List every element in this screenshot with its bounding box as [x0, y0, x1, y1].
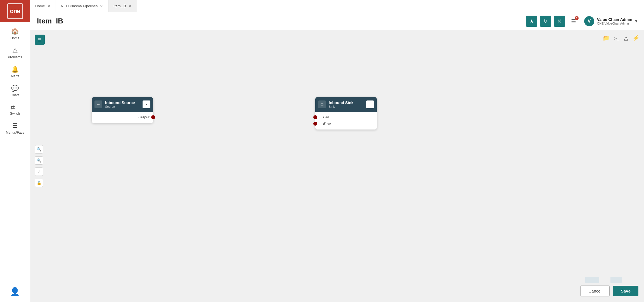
sidebar-alerts-label: Alerts [11, 74, 19, 78]
tab-home-close[interactable]: ✕ [47, 4, 51, 8]
user-name: Value Chain Admin [597, 17, 632, 22]
source-node-type: Source [105, 105, 140, 108]
sidebar-problems-label: Problems [8, 55, 22, 59]
output-port-dot [151, 115, 155, 119]
arrow-right-icon: → [96, 102, 100, 107]
square-icon: □ [321, 102, 323, 107]
fit-icon: ⤢ [37, 169, 41, 174]
canvas-list-button[interactable]: ☰ [35, 35, 45, 45]
switch-icon-right: ≡ [16, 104, 20, 111]
file-port-label: File [323, 115, 329, 119]
sidebar: one 🏠 Home ⚠ Problems 🔔 Alerts 💬 Chats ⇄… [0, 0, 30, 302]
output-port-label: Output [138, 115, 149, 119]
sink-node-type: Sink [329, 105, 363, 108]
source-node-icon: → [94, 100, 102, 108]
dropdown-icon[interactable]: ▾ [635, 18, 637, 24]
deploy-icon: △ [624, 35, 628, 41]
tab-neo[interactable]: NEO Plasma Pipelines ✕ [56, 0, 109, 12]
refresh-icon: ↻ [543, 18, 548, 24]
sink-node-body: File Error [315, 112, 377, 130]
sidebar-item-problems[interactable]: ⚠ Problems [0, 44, 30, 63]
sidebar-bottom: 👤 [6, 284, 24, 302]
user-username: ONEIValueChainAdmin [597, 22, 632, 25]
sink-node-title: Inbound Sink Sink [329, 100, 363, 108]
run-button[interactable]: ⚡ [633, 35, 640, 41]
kebab-icon: ⋮ [144, 102, 149, 107]
run-icon: ⚡ [633, 35, 640, 41]
refresh-button[interactable]: ↻ [540, 16, 551, 27]
sink-node-name: Inbound Sink [329, 100, 363, 105]
lock-view-button[interactable]: 🔒 [35, 179, 43, 187]
terminal-button[interactable]: >_ [614, 35, 619, 41]
zoom-controls: 🔍 🔍- ⤢ 🔒 [35, 145, 43, 187]
sidebar-item-switch[interactable]: ⇄ ≡ Switch [0, 100, 30, 119]
file-input-port: File [319, 114, 373, 120]
minimap-item-2 [610, 277, 622, 283]
user-avatar: V [584, 16, 594, 26]
file-port-dot [313, 115, 317, 119]
logo-text: one [10, 8, 20, 15]
folder-icon: 📁 [603, 35, 610, 41]
source-node-header: → Inbound Source Source ⋮ [92, 97, 153, 112]
source-node: → Inbound Source Source ⋮ Output [92, 97, 153, 123]
star-icon: ★ [529, 18, 534, 24]
menu-button[interactable]: ☰ ★ [568, 16, 579, 27]
sidebar-item-chats[interactable]: 💬 Chats [0, 82, 30, 100]
open-file-button[interactable]: 📁 [603, 35, 610, 41]
sidebar-item-menus[interactable]: ☰ Menus/Favs [0, 119, 30, 138]
user-section: V Value Chain Admin ONEIValueChainAdmin … [584, 16, 637, 26]
chats-icon: 💬 [11, 85, 19, 92]
cancel-button[interactable]: Cancel [580, 286, 610, 296]
home-icon: 🏠 [11, 28, 19, 35]
header-actions: ★ ↻ ✕ ☰ ★ V Value Chain Admin ONEIValueC… [526, 16, 637, 27]
terminal-icon: >_ [614, 36, 619, 41]
page-title: Item_IB [37, 17, 526, 25]
tab-item-ib-close[interactable]: ✕ [128, 4, 132, 8]
error-input-port: Error [319, 120, 373, 127]
list-icon: ☰ [38, 37, 42, 42]
source-node-name: Inbound Source [105, 100, 140, 105]
fit-view-button[interactable]: ⤢ [35, 167, 43, 176]
lock-icon: 🔒 [37, 181, 41, 185]
notification-badge: ★ [575, 16, 579, 20]
close-icon: ✕ [557, 18, 562, 24]
source-node-body: Output [92, 112, 153, 123]
canvas-toolbar: ☰ [35, 35, 45, 45]
error-port-dot [313, 122, 317, 126]
sink-node: □ Inbound Sink Sink ⋮ File Error [315, 97, 377, 130]
sink-node-icon: □ [318, 100, 326, 108]
favorite-button[interactable]: ★ [526, 16, 537, 27]
canvas: ☰ 📁 >_ △ ⚡ → Inbou [30, 30, 644, 302]
sidebar-home-label: Home [10, 36, 19, 40]
tab-item-ib-label: Item_IB [113, 4, 126, 8]
app-logo: one [0, 0, 30, 22]
user-initial: V [588, 19, 591, 24]
zoom-in-button[interactable]: 🔍 [35, 145, 43, 154]
sidebar-item-alerts[interactable]: 🔔 Alerts [0, 63, 30, 82]
switch-icon-left: ⇄ [10, 104, 15, 111]
sink-node-menu-button[interactable]: ⋮ [366, 100, 374, 108]
main-content: Home ✕ NEO Plasma Pipelines ✕ Item_IB ✕ … [30, 0, 644, 302]
zoom-in-icon: 🔍 [37, 147, 41, 152]
zoom-out-icon: 🔍- [37, 158, 41, 163]
tab-item-ib[interactable]: Item_IB ✕ [108, 0, 137, 12]
problems-icon: ⚠ [12, 47, 18, 54]
user-info: Value Chain Admin ONEIValueChainAdmin [597, 17, 632, 25]
sidebar-item-home[interactable]: 🏠 Home [0, 25, 30, 44]
sidebar-chats-label: Chats [11, 93, 19, 97]
save-button[interactable]: Save [613, 286, 638, 296]
deploy-button[interactable]: △ [624, 35, 628, 41]
zoom-out-button[interactable]: 🔍- [35, 156, 43, 165]
canvas-right-tools: 📁 >_ △ ⚡ [603, 35, 640, 41]
tab-home[interactable]: Home ✕ [30, 0, 56, 12]
source-node-menu-button[interactable]: ⋮ [143, 100, 150, 108]
user-avatar-sidebar[interactable]: 👤 [9, 287, 21, 299]
source-node-title: Inbound Source Source [105, 100, 140, 108]
sink-node-header: □ Inbound Sink Sink ⋮ [315, 97, 377, 112]
user-avatar-icon: 👤 [10, 287, 20, 296]
sink-kebab-icon: ⋮ [368, 102, 372, 107]
alerts-icon: 🔔 [11, 66, 19, 73]
close-button[interactable]: ✕ [554, 16, 565, 27]
error-port-label: Error [323, 121, 331, 126]
tab-neo-close[interactable]: ✕ [100, 4, 103, 8]
